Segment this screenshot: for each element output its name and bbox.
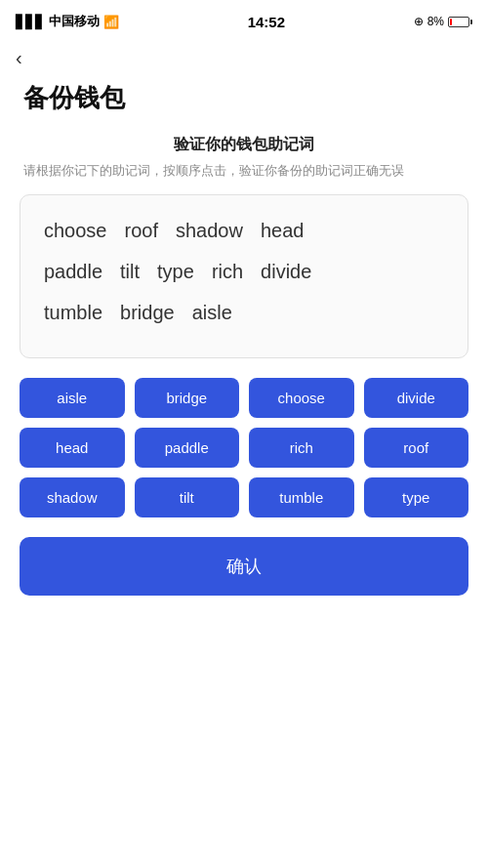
display-word-choose: choose <box>44 215 107 246</box>
word-button-rich[interactable]: rich <box>249 428 354 468</box>
word-row-2: paddle tilt type rich divide <box>44 256 444 287</box>
display-word-divide: divide <box>261 256 311 287</box>
carrier-signal: ▋▋▋ 中国移动 📶 <box>16 13 119 30</box>
display-word-head: head <box>261 215 305 246</box>
back-arrow-icon: ‹ <box>16 47 22 69</box>
word-button-choose[interactable]: choose <box>249 378 354 418</box>
words-display-box: choose roof shadow head paddle tilt type… <box>20 194 468 358</box>
back-button[interactable]: ‹ <box>0 39 488 73</box>
word-button-shadow[interactable]: shadow <box>20 477 125 517</box>
antenna-icon: ⊕ <box>414 15 424 28</box>
word-button-bridge[interactable]: bridge <box>135 378 240 418</box>
word-row-3: tumble bridge aisle <box>44 297 444 328</box>
page-title: 备份钱包 <box>0 73 488 135</box>
battery-icon <box>448 17 472 27</box>
word-button-divide[interactable]: divide <box>364 378 469 418</box>
display-word-roof: roof <box>125 215 158 246</box>
display-word-tumble: tumble <box>44 297 102 328</box>
signal-bars: ▋▋▋ <box>16 15 45 29</box>
display-word-bridge: bridge <box>120 297 175 328</box>
word-button-head[interactable]: head <box>20 428 125 468</box>
section-title: 验证你的钱包助记词 <box>0 135 488 155</box>
status-bar: ▋▋▋ 中国移动 📶 14:52 ⊕ 8% <box>0 0 488 39</box>
battery-percent: 8% <box>427 15 444 28</box>
carrier-name: 中国移动 <box>49 13 100 30</box>
word-button-type[interactable]: type <box>364 477 469 517</box>
display-word-type: type <box>157 256 194 287</box>
display-word-tilt: tilt <box>120 256 140 287</box>
display-word-rich: rich <box>212 256 243 287</box>
word-buttons-grid: aisle bridge choose divide head paddle r… <box>0 378 488 517</box>
word-button-tumble[interactable]: tumble <box>249 477 354 517</box>
word-row-1: choose roof shadow head <box>44 215 444 246</box>
display-word-shadow: shadow <box>176 215 243 246</box>
battery-area: ⊕ 8% <box>414 15 472 28</box>
word-button-tilt[interactable]: tilt <box>135 477 240 517</box>
display-word-paddle: paddle <box>44 256 102 287</box>
section-description: 请根据你记下的助记词，按顺序点击，验证你备份的助记词正确无误 <box>0 161 488 181</box>
confirm-button-wrapper: 确认 <box>0 537 488 625</box>
word-button-aisle[interactable]: aisle <box>20 378 125 418</box>
clock: 14:52 <box>248 14 285 30</box>
word-button-roof[interactable]: roof <box>364 428 469 468</box>
wifi-icon: 📶 <box>103 15 119 29</box>
word-button-paddle[interactable]: paddle <box>135 428 240 468</box>
confirm-button[interactable]: 确认 <box>20 537 468 596</box>
display-word-aisle: aisle <box>192 297 232 328</box>
